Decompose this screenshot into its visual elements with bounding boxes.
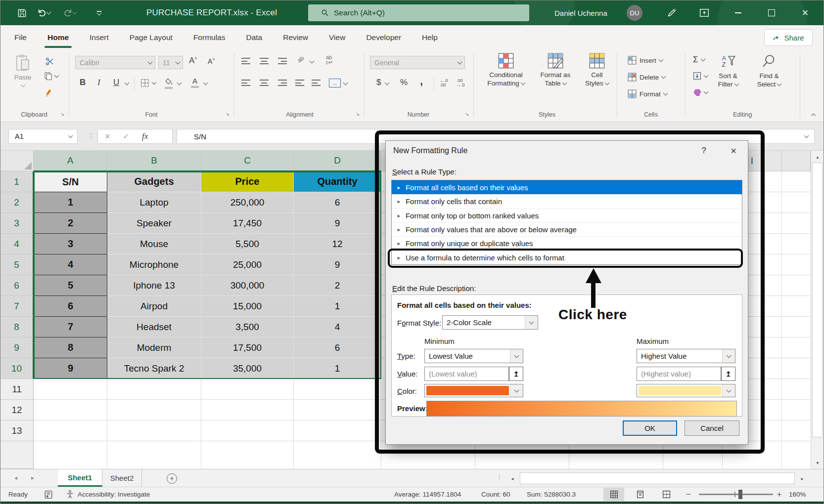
status-sum[interactable]: Sum: 5288030.3	[527, 487, 576, 502]
cell-a3[interactable]: 2	[34, 213, 107, 234]
row-header-7[interactable]: 7	[0, 296, 34, 317]
tab-bar-handle[interactable]	[496, 473, 503, 481]
cell-c3[interactable]: 17,450	[201, 213, 294, 234]
tab-review[interactable]: Review	[282, 30, 309, 45]
cell[interactable]	[294, 400, 381, 420]
dialog-close-button[interactable]	[726, 144, 741, 158]
user-name[interactable]: Daniel Uchenna	[554, 0, 607, 25]
font-name-combobox[interactable]: Calibri	[75, 56, 155, 69]
cell[interactable]	[294, 420, 381, 441]
vertical-scroll-thumb[interactable]	[812, 163, 823, 437]
cell-c10[interactable]: 35,000	[201, 358, 294, 379]
delete-cells-button[interactable]: Delete	[628, 73, 665, 82]
align-top-button[interactable]	[241, 58, 250, 64]
comma-style-button[interactable]: ,	[420, 75, 423, 87]
cell-c1[interactable]: Price	[201, 171, 294, 192]
fill-button[interactable]	[693, 72, 708, 80]
cell-d5[interactable]: 9	[294, 254, 381, 275]
decrease-indent-button[interactable]	[295, 80, 305, 86]
align-right-button[interactable]	[278, 80, 287, 86]
orientation-chevron-icon[interactable]	[310, 59, 315, 64]
column-header-c[interactable]: C	[201, 151, 294, 171]
row-header-3[interactable]: 3	[0, 213, 34, 234]
font-color-button[interactable]: A	[191, 77, 199, 88]
cell[interactable]	[569, 441, 663, 469]
ok-button[interactable]: OK	[623, 420, 677, 436]
fill-color-chevron-icon[interactable]	[177, 81, 182, 85]
macro-record-button[interactable]	[44, 487, 53, 502]
cell[interactable]	[475, 441, 569, 469]
cell-c9[interactable]: 17,500	[201, 337, 294, 358]
sheet-tab-sheet2[interactable]: Sheet2	[102, 469, 142, 487]
page-layout-view-button[interactable]	[630, 488, 650, 501]
rule-type-option-4[interactable]: Format only values that are above or bel…	[392, 222, 742, 236]
dialog-help-button[interactable]: ?	[696, 144, 711, 158]
bold-button[interactable]: B	[80, 78, 86, 87]
row-header-6[interactable]: 6	[0, 275, 34, 296]
row-header-partial[interactable]	[0, 441, 34, 469]
zoom-slider-track[interactable]	[699, 494, 773, 495]
copy-button[interactable]	[44, 72, 58, 80]
tab-view[interactable]: View	[328, 30, 346, 45]
rule-type-option-use-formula[interactable]: Use a formula to determine which cells t…	[392, 250, 742, 264]
cell-b4[interactable]: Mouse	[107, 234, 201, 254]
format-style-dropdown[interactable]: 2-Color Scale	[442, 315, 538, 330]
max-type-dropdown[interactable]: Highest Value	[637, 349, 735, 363]
next-sheet-button[interactable]	[31, 474, 34, 481]
max-value-collapse-button[interactable]	[721, 367, 735, 381]
wrap-text-button[interactable]: abc↵	[326, 55, 333, 65]
align-middle-button[interactable]	[260, 58, 269, 64]
increase-font-button[interactable]: A˄	[189, 56, 197, 66]
percent-button[interactable]: %	[400, 78, 408, 87]
cell-a1[interactable]: S/N	[34, 171, 107, 192]
page-break-view-button[interactable]	[656, 488, 677, 501]
confirm-entry-button[interactable]: ✓	[123, 132, 130, 141]
max-color-dropdown[interactable]	[637, 384, 735, 397]
scroll-down-button[interactable]	[812, 457, 824, 468]
increase-decimal-button[interactable]: ←.0.00	[440, 79, 448, 87]
cell-d6[interactable]: 2	[294, 275, 381, 296]
align-bottom-button[interactable]	[278, 58, 287, 64]
cell-d4[interactable]: 12	[294, 234, 381, 254]
hscroll-left-button[interactable]	[507, 472, 518, 484]
row-header-11[interactable]: 11	[0, 379, 34, 400]
rule-type-option-3[interactable]: Format only top or bottom ranked values	[392, 209, 742, 222]
increase-indent-button[interactable]	[312, 80, 321, 86]
cancel-entry-button[interactable]	[105, 131, 110, 142]
vertical-scrollbar[interactable]	[811, 151, 824, 469]
currency-chevron-icon[interactable]	[385, 81, 390, 85]
cell[interactable]	[34, 400, 107, 420]
paste-button[interactable]: Paste	[8, 54, 38, 86]
clipboard-dialog-launcher[interactable]	[59, 110, 66, 117]
hscroll-right-button[interactable]	[797, 472, 808, 484]
cell[interactable]	[782, 420, 811, 441]
save-button[interactable]	[13, 4, 30, 21]
column-header-d[interactable]: D	[294, 151, 381, 171]
min-type-dropdown[interactable]: Lowest Value	[424, 349, 523, 363]
zoom-out-button[interactable]: −	[686, 487, 691, 502]
rule-type-option-1[interactable]: Format all cells based on their values	[392, 180, 742, 194]
cell-c2[interactable]: 250,000	[201, 192, 294, 213]
redo-dropdown-icon[interactable]	[72, 10, 77, 15]
cell-b6[interactable]: Iphone 13	[107, 275, 201, 296]
tab-page-layout[interactable]: Page Layout	[129, 30, 174, 45]
cell-a8[interactable]: 7	[34, 317, 107, 337]
cell[interactable]	[663, 441, 723, 469]
rule-type-option-2[interactable]: Format only cells that contain	[392, 194, 742, 208]
cell[interactable]	[107, 379, 201, 400]
min-value-collapse-button[interactable]	[509, 367, 523, 381]
decrease-decimal-button[interactable]: .00→.0	[457, 79, 465, 87]
number-format-combobox[interactable]: General	[370, 56, 465, 69]
cell[interactable]	[782, 275, 811, 296]
tab-formulas[interactable]: Formulas	[192, 30, 227, 45]
tab-developer[interactable]: Developer	[365, 30, 402, 45]
cell[interactable]	[34, 441, 107, 469]
format-as-table-button[interactable]: Format as Table	[533, 53, 578, 87]
cancel-button[interactable]: Cancel	[685, 420, 739, 436]
cell[interactable]	[782, 379, 811, 400]
rule-type-option-5[interactable]: Format only unique or duplicate values	[392, 236, 742, 250]
minimize-button[interactable]	[727, 0, 749, 25]
cell-d8[interactable]: 4	[294, 317, 381, 337]
quick-access-customize-button[interactable]	[91, 4, 107, 21]
undo-dropdown-icon[interactable]	[46, 10, 51, 15]
